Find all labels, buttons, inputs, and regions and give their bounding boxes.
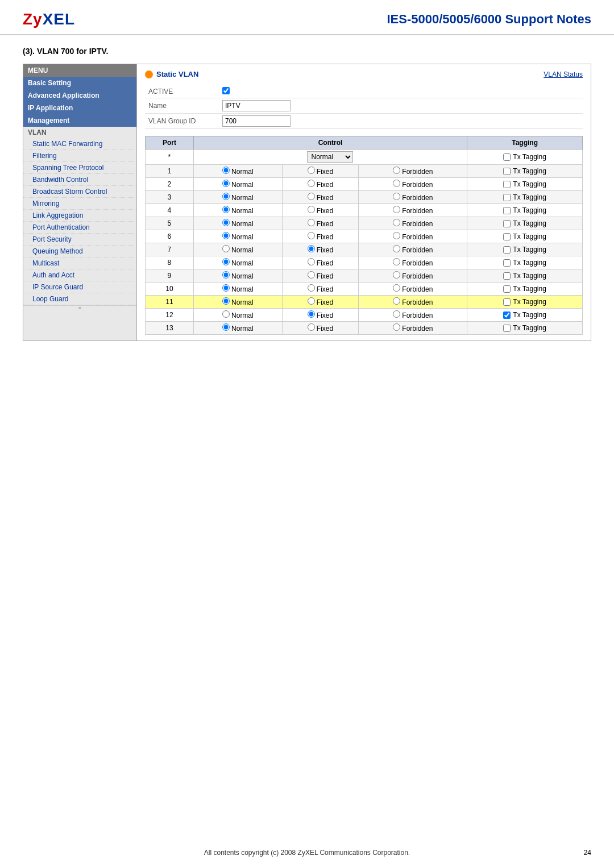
page-title: IES-5000/5005/6000 Support Notes: [387, 12, 592, 27]
tx-tagging-checkbox[interactable]: [503, 259, 511, 267]
tx-tagging-checkbox[interactable]: [503, 220, 511, 227]
radio-forbidden[interactable]: [393, 232, 400, 239]
radio-normal[interactable]: [222, 180, 230, 187]
sidebar-item-advanced-application[interactable]: Advanced Application: [23, 89, 136, 102]
orange-indicator: [145, 70, 153, 78]
radio-forbidden-label: Forbidden: [400, 259, 433, 267]
radio-fixed[interactable]: [308, 310, 315, 318]
radio-normal[interactable]: [222, 167, 230, 174]
radio-fixed[interactable]: [308, 232, 315, 239]
radio-fixed[interactable]: [308, 167, 315, 174]
tx-tagging-checkbox[interactable]: [503, 194, 511, 201]
radio-fixed[interactable]: [308, 193, 315, 200]
radio-forbidden-label: Forbidden: [400, 194, 433, 202]
radio-forbidden[interactable]: [393, 271, 400, 279]
tx-tagging-checkbox[interactable]: [503, 272, 511, 280]
sidebar-item-port-security[interactable]: Port Security: [23, 234, 136, 246]
radio-forbidden[interactable]: [393, 167, 400, 174]
radio-normal[interactable]: [222, 245, 230, 252]
sidebar-item-broadcast-storm[interactable]: Broadcast Storm Control: [23, 186, 136, 198]
tx-tagging-checkbox[interactable]: [503, 312, 511, 319]
radio-forbidden-label: Forbidden: [400, 298, 433, 306]
sidebar-item-bandwidth-control[interactable]: Bandwidth Control: [23, 174, 136, 186]
table-row: 4 Normal Fixed ForbiddenTx Tagging: [146, 204, 583, 217]
radio-fixed[interactable]: [308, 284, 315, 292]
control-normal-cell: Normal: [193, 165, 282, 178]
footer-copyright: All contents copyright (c) 2008 ZyXEL Co…: [0, 849, 614, 857]
radio-normal[interactable]: [222, 310, 230, 318]
sidebar-item-loop-guard[interactable]: Loop Guard: [23, 293, 136, 305]
active-checkbox-cell: [219, 85, 583, 98]
sidebar-item-management[interactable]: Management: [23, 114, 136, 127]
radio-normal[interactable]: [222, 206, 230, 213]
control-normal-cell: Normal: [193, 269, 282, 283]
sidebar-item-link-aggregation[interactable]: Link Aggregation: [23, 210, 136, 222]
active-checkbox[interactable]: [222, 87, 230, 94]
tx-tagging-checkbox[interactable]: [503, 181, 511, 188]
radio-forbidden[interactable]: [393, 297, 400, 305]
sidebar-item-ip-source-guard[interactable]: IP Source Guard: [23, 281, 136, 293]
sidebar-item-queuing-method[interactable]: Queuing Method: [23, 246, 136, 258]
radio-forbidden[interactable]: [393, 206, 400, 213]
control-forbidden-cell: Forbidden: [359, 243, 467, 256]
tx-tagging-checkbox[interactable]: [503, 298, 511, 306]
radio-fixed[interactable]: [308, 271, 315, 279]
main-panel: Static VLAN VLAN Status ACTIVE Name: [137, 64, 591, 340]
radio-fixed[interactable]: [308, 180, 315, 187]
table-row: 7 Normal Fixed ForbiddenTx Tagging: [146, 243, 583, 256]
tagging-cell: Tx Tagging: [467, 322, 583, 335]
sidebar-item-ip-application[interactable]: IP Application: [23, 102, 136, 114]
sidebar-item-basic-setting[interactable]: Basic Setting: [23, 77, 136, 89]
radio-fixed-label: Fixed: [315, 285, 334, 293]
tx-tagging-checkbox[interactable]: [503, 285, 511, 293]
sidebar-item-spanning-tree[interactable]: Spanning Tree Protocol: [23, 162, 136, 174]
radio-normal[interactable]: [222, 232, 230, 239]
radio-forbidden[interactable]: [393, 258, 400, 265]
radio-fixed[interactable]: [308, 297, 315, 305]
name-input[interactable]: [222, 100, 291, 111]
sidebar-item-static-mac-forwarding[interactable]: Static MAC Forwarding: [23, 138, 136, 150]
radio-normal[interactable]: [222, 297, 230, 305]
radio-fixed[interactable]: [308, 323, 315, 331]
tx-tagging-label: Tx Tagging: [513, 311, 546, 319]
sidebar-item-mirroring[interactable]: Mirroring: [23, 198, 136, 210]
sidebar-item-auth-acct[interactable]: Auth and Acct: [23, 269, 136, 281]
port-number: 12: [146, 309, 194, 322]
port-number: 9: [146, 269, 194, 283]
radio-normal[interactable]: [222, 193, 230, 200]
radio-forbidden[interactable]: [393, 323, 400, 331]
tagging-cell: Tx Tagging: [467, 204, 583, 217]
radio-forbidden[interactable]: [393, 245, 400, 252]
sidebar-item-port-authentication[interactable]: Port Authentication: [23, 222, 136, 234]
sidebar-item-multicast[interactable]: Multicast: [23, 258, 136, 269]
radio-normal[interactable]: [222, 284, 230, 292]
control-forbidden-cell: Forbidden: [359, 204, 467, 217]
control-forbidden-cell: Forbidden: [359, 283, 467, 296]
vlan-status-link[interactable]: VLAN Status: [544, 70, 583, 78]
radio-forbidden[interactable]: [393, 193, 400, 200]
vlan-group-id-input[interactable]: [222, 115, 291, 127]
radio-forbidden[interactable]: [393, 284, 400, 292]
radio-forbidden[interactable]: [393, 310, 400, 318]
control-dropdown[interactable]: NormalFixedForbidden: [307, 151, 353, 163]
tx-tagging-checkbox[interactable]: [503, 153, 511, 161]
sidebar-item-filtering[interactable]: Filtering: [23, 150, 136, 162]
tx-tagging-checkbox[interactable]: [503, 207, 511, 214]
radio-fixed[interactable]: [308, 206, 315, 213]
tx-tagging-checkbox[interactable]: [503, 325, 511, 332]
radio-forbidden[interactable]: [393, 219, 400, 226]
radio-fixed-label: Fixed: [315, 312, 334, 319]
tx-tagging-checkbox[interactable]: [503, 246, 511, 254]
radio-fixed[interactable]: [308, 245, 315, 252]
table-row: 9 Normal Fixed ForbiddenTx Tagging: [146, 269, 583, 283]
radio-fixed[interactable]: [308, 219, 315, 226]
tx-tagging-checkbox[interactable]: [503, 233, 511, 240]
tx-tagging-checkbox[interactable]: [503, 168, 511, 175]
radio-normal[interactable]: [222, 271, 230, 279]
radio-normal[interactable]: [222, 258, 230, 265]
radio-normal[interactable]: [222, 219, 230, 226]
col-tagging: Tagging: [467, 136, 583, 149]
radio-fixed[interactable]: [308, 258, 315, 265]
radio-normal[interactable]: [222, 323, 230, 331]
radio-forbidden[interactable]: [393, 180, 400, 187]
